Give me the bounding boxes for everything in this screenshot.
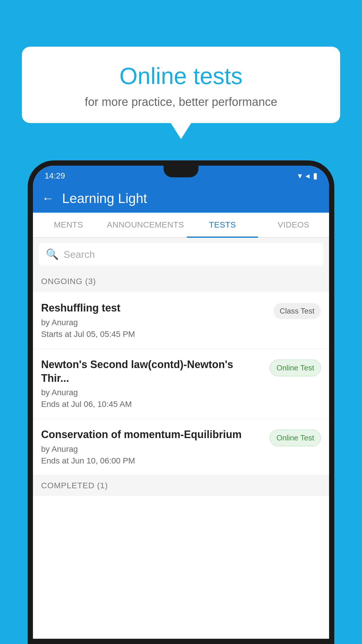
status-icons: ▾ ◂ ▮ (298, 171, 317, 181)
test-badge-online-2: Online Test (270, 430, 321, 446)
test-name: Newton's Second law(contd)-Newton's Thir… (41, 358, 264, 385)
tab-announcements[interactable]: ANNOUNCEMENTS (104, 213, 187, 237)
test-list: Reshuffling test by Anurag Starts at Jul… (33, 292, 329, 639)
test-author: by Anurag (41, 444, 264, 454)
bubble-title: Online tests (39, 63, 323, 90)
tab-bar: MENTS ANNOUNCEMENTS TESTS VIDEOS (33, 213, 329, 238)
battery-icon: ▮ (313, 171, 317, 181)
test-info: Reshuffling test by Anurag Starts at Jul… (41, 301, 273, 339)
tab-tests[interactable]: TESTS (187, 213, 258, 237)
signal-icon: ◂ (305, 171, 310, 181)
app-bar-title: Learning Light (62, 190, 147, 206)
test-item[interactable]: Conservation of momentum-Equilibrium by … (33, 419, 329, 475)
test-item[interactable]: Newton's Second law(contd)-Newton's Thir… (33, 349, 329, 419)
search-icon: 🔍 (46, 248, 59, 260)
test-badge-class: Class Test (273, 303, 321, 319)
phone-screen: 14:29 ▾ ◂ ▮ ← Learning Light MENTS ANNOU… (33, 166, 329, 639)
test-author: by Anurag (41, 318, 268, 327)
test-time: Starts at Jul 05, 05:45 PM (41, 330, 268, 339)
app-bar: ← Learning Light (33, 184, 329, 213)
wifi-icon: ▾ (298, 171, 302, 181)
speech-bubble: Online tests for more practice, better p… (22, 47, 340, 123)
tab-ments[interactable]: MENTS (33, 213, 104, 237)
status-time: 14:29 (45, 171, 65, 181)
test-info: Newton's Second law(contd)-Newton's Thir… (41, 358, 270, 409)
bubble-subtitle: for more practice, better performance (39, 95, 323, 108)
search-bar[interactable]: 🔍 Search (39, 243, 323, 266)
test-badge-online: Online Test (270, 360, 321, 376)
test-name: Conservation of momentum-Equilibrium (41, 428, 264, 442)
test-author: by Anurag (41, 388, 264, 397)
search-placeholder: Search (64, 249, 95, 260)
test-item[interactable]: Reshuffling test by Anurag Starts at Jul… (33, 292, 329, 349)
test-time: Ends at Jun 10, 06:00 PM (41, 456, 264, 466)
phone-frame: 14:29 ▾ ◂ ▮ ← Learning Light MENTS ANNOU… (28, 160, 334, 644)
search-container: 🔍 Search (33, 238, 329, 271)
test-time: Ends at Jul 06, 10:45 AM (41, 400, 264, 409)
back-button[interactable]: ← (42, 191, 54, 205)
phone-notch (164, 166, 198, 177)
test-info: Conservation of momentum-Equilibrium by … (41, 428, 270, 466)
test-name: Reshuffling test (41, 301, 268, 315)
tab-videos[interactable]: VIDEOS (258, 213, 329, 237)
completed-section-header: COMPLETED (1) (33, 475, 329, 496)
ongoing-section-header: ONGOING (3) (33, 271, 329, 292)
